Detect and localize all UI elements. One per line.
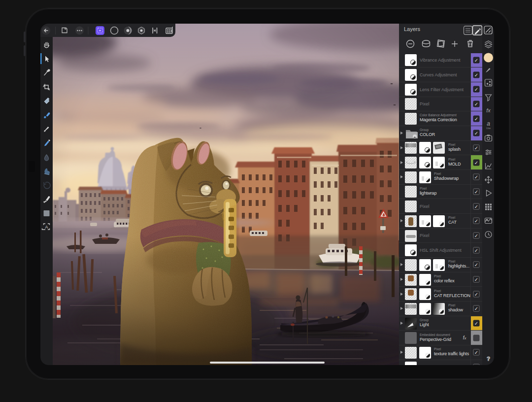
svg-text:A: A [45,225,48,230]
svg-text:fx: fx [486,107,491,113]
svg-text:?: ? [487,356,490,362]
svg-text:Use: Use [486,127,491,130]
svg-text:a: a [487,120,490,127]
